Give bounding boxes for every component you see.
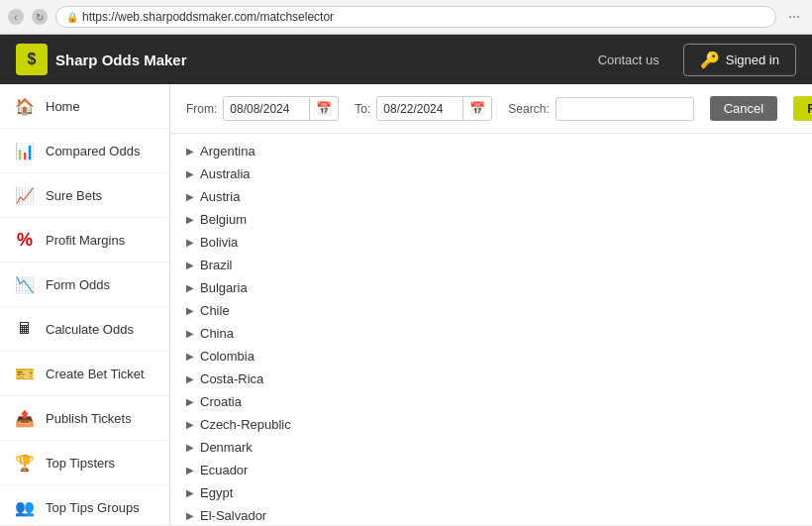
- sidebar-item-top-tips-groups[interactable]: 👥 Top Tips Groups: [0, 485, 169, 525]
- sidebar-item-profit-margins-label: Profit Margins: [46, 233, 125, 248]
- brand-name: Sharp Odds Maker: [55, 52, 187, 68]
- filter-button[interactable]: Filter: [793, 96, 812, 121]
- country-costa-rica[interactable]: ▶ Costa-Rica: [170, 368, 812, 390]
- expand-arrow-bolivia: ▶: [186, 237, 194, 248]
- country-croatia[interactable]: ▶ Croatia: [170, 390, 812, 413]
- main-content: 🏠 Home 📊 Compared Odds 📈 Sure Bets % Pro…: [0, 84, 812, 525]
- country-name: Croatia: [200, 394, 242, 409]
- expand-arrow-czech-republic: ▶: [186, 419, 194, 430]
- expand-arrow-ecuador: ▶: [186, 465, 194, 475]
- calculate-odds-icon: 🖩: [14, 318, 36, 340]
- country-colombia[interactable]: ▶ Colombia: [170, 345, 812, 368]
- country-belgium[interactable]: ▶ Belgium: [170, 208, 812, 231]
- country-czech-republic[interactable]: ▶ Czech-Republic: [170, 413, 812, 436]
- country-brazil[interactable]: ▶ Brazil: [170, 254, 812, 276]
- profit-margins-icon: %: [14, 229, 36, 251]
- country-name: Czech-Republic: [200, 417, 291, 432]
- brand-icon: $: [16, 44, 48, 75]
- signin-button[interactable]: 🔑 Signed in: [683, 44, 796, 76]
- expand-arrow-el-salvador: ▶: [186, 510, 194, 521]
- from-label: From:: [186, 102, 217, 116]
- form-odds-icon: 📉: [14, 273, 36, 295]
- country-name: Austria: [200, 189, 240, 204]
- extensions-button[interactable]: ⋯: [784, 8, 804, 26]
- publish-tickets-icon: 📤: [14, 407, 36, 429]
- home-icon: 🏠: [14, 95, 36, 117]
- country-austria[interactable]: ▶ Austria: [170, 185, 812, 208]
- country-chile[interactable]: ▶ Chile: [170, 299, 812, 322]
- top-nav: $ Sharp Odds Maker Contact us 🔑 Signed i…: [0, 35, 812, 84]
- expand-arrow-bulgaria: ▶: [186, 282, 194, 293]
- contact-button[interactable]: Contact us: [586, 47, 671, 73]
- expand-arrow-croatia: ▶: [186, 396, 194, 407]
- sidebar-item-compared-odds[interactable]: 📊 Compared Odds: [0, 129, 169, 173]
- expand-arrow-denmark: ▶: [186, 442, 194, 453]
- sidebar-item-home-label: Home: [46, 99, 80, 114]
- from-group: From: 📅: [186, 96, 339, 121]
- lock-icon: 🔒: [66, 12, 78, 23]
- back-button[interactable]: ‹: [8, 9, 24, 25]
- sidebar-item-home[interactable]: 🏠 Home: [0, 84, 169, 129]
- country-china[interactable]: ▶ China: [170, 322, 812, 345]
- search-input[interactable]: [556, 97, 694, 121]
- country-argentina[interactable]: ▶ Argentina: [170, 140, 812, 162]
- filter-bar: From: 📅 To: 📅 Search:: [170, 84, 812, 134]
- sidebar-item-form-odds-label: Form Odds: [46, 277, 110, 292]
- sidebar-item-publish-tickets[interactable]: 📤 Publish Tickets: [0, 396, 169, 441]
- sidebar-item-sure-bets[interactable]: 📈 Sure Bets: [0, 173, 169, 218]
- to-date-wrap: 📅: [376, 96, 492, 121]
- sidebar-item-calculate-odds[interactable]: 🖩 Calculate Odds: [0, 307, 169, 352]
- to-date-picker-button[interactable]: 📅: [462, 97, 491, 120]
- country-name: Costa-Rica: [200, 371, 263, 386]
- expand-arrow-belgium: ▶: [186, 214, 194, 225]
- sidebar-item-profit-margins[interactable]: % Profit Margins: [0, 218, 169, 263]
- expand-arrow-egypt: ▶: [186, 487, 194, 498]
- country-bulgaria[interactable]: ▶ Bulgaria: [170, 276, 812, 299]
- search-label: Search:: [508, 102, 549, 116]
- country-name: Denmark: [200, 440, 253, 455]
- country-name: Argentina: [200, 144, 255, 158]
- country-name: Brazil: [200, 258, 233, 272]
- sidebar-item-form-odds[interactable]: 📉 Form Odds: [0, 263, 169, 307]
- to-label: To:: [355, 102, 370, 116]
- sidebar-item-top-tipsters[interactable]: 🏆 Top Tipsters: [0, 441, 169, 485]
- country-name: Bolivia: [200, 235, 238, 250]
- sidebar-item-top-tipsters-label: Top Tipsters: [46, 456, 115, 471]
- country-name: Belgium: [200, 212, 247, 227]
- create-bet-ticket-icon: 🎫: [14, 363, 36, 384]
- app-wrapper: $ Sharp Odds Maker Contact us 🔑 Signed i…: [0, 35, 812, 525]
- sidebar-item-compared-odds-label: Compared Odds: [46, 144, 140, 158]
- cancel-button[interactable]: Cancel: [710, 96, 777, 121]
- to-group: To: 📅: [355, 96, 492, 121]
- country-el-salvador[interactable]: ▶ El-Salvador: [170, 504, 812, 525]
- country-name: Australia: [200, 166, 251, 181]
- top-tips-groups-icon: 👥: [14, 496, 36, 518]
- sidebar-item-create-bet-ticket[interactable]: 🎫 Create Bet Ticket: [0, 352, 169, 396]
- sidebar: 🏠 Home 📊 Compared Odds 📈 Sure Bets % Pro…: [0, 84, 170, 525]
- country-name: China: [200, 326, 234, 341]
- to-date-input[interactable]: [377, 98, 462, 120]
- from-date-wrap: 📅: [223, 96, 339, 121]
- country-name: Chile: [200, 303, 230, 318]
- sidebar-item-create-bet-ticket-label: Create Bet Ticket: [46, 367, 145, 381]
- country-ecuador[interactable]: ▶ Ecuador: [170, 459, 812, 481]
- from-date-input[interactable]: [224, 98, 309, 120]
- country-egypt[interactable]: ▶ Egypt: [170, 481, 812, 504]
- country-bolivia[interactable]: ▶ Bolivia: [170, 231, 812, 254]
- expand-arrow-argentina: ▶: [186, 146, 194, 157]
- sidebar-item-publish-tickets-label: Publish Tickets: [46, 411, 132, 426]
- country-name: Colombia: [200, 349, 254, 364]
- from-date-picker-button[interactable]: 📅: [309, 97, 338, 120]
- search-group: Search:: [508, 97, 693, 121]
- top-tipsters-icon: 🏆: [14, 452, 36, 473]
- refresh-button[interactable]: ↻: [32, 9, 48, 25]
- expand-arrow-costa-rica: ▶: [186, 373, 194, 384]
- sidebar-item-top-tips-groups-label: Top Tips Groups: [46, 500, 140, 515]
- signin-icon: 🔑: [700, 51, 720, 69]
- country-denmark[interactable]: ▶ Denmark: [170, 436, 812, 459]
- nav-right: Contact us 🔑 Signed in: [586, 44, 796, 76]
- brand: $ Sharp Odds Maker: [16, 44, 187, 75]
- country-australia[interactable]: ▶ Australia: [170, 162, 812, 185]
- sidebar-item-sure-bets-label: Sure Bets: [46, 188, 102, 203]
- country-name: El-Salvador: [200, 508, 266, 523]
